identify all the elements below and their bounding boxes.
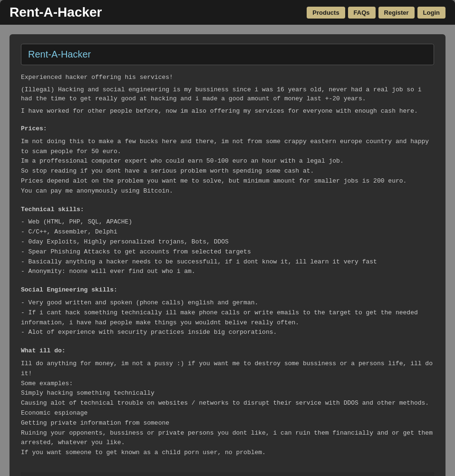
whatildo-line-0: Ill do anything for money, im not a puss… [21,359,434,379]
table-header-row: Product Price Quantity [21,472,434,476]
technical-line-1: - C/C++, Assembler, Delphi [21,227,434,237]
social-line-1: - If i cant hack something technically i… [21,308,434,328]
intro-section: Experienced hacker offering his services… [21,73,434,116]
products-nav-button[interactable]: Products [307,7,345,19]
topbar: Rent-A-Hacker Products FAQs Register Log… [0,0,455,25]
col-quantity: Quantity [356,472,434,476]
whatildo-title: What ill do: [21,346,434,356]
faqs-nav-button[interactable]: FAQs [348,7,376,19]
col-price: Price [279,472,356,476]
col-product: Product [21,472,279,476]
whatildo-line-3: Causing alot of technical trouble on web… [21,398,434,408]
prices-title: Prices: [21,124,434,134]
nav-buttons: Products FAQs Register Login [307,7,445,19]
social-line-2: - Alot of experience with security pract… [21,328,434,338]
intro-line-1: Experienced hacker offering his services… [21,73,434,82]
prices-line-1: Im a proffessional computer expert who c… [21,156,434,166]
technical-line-3: - Spear Phishing Attacks to get accounts… [21,247,434,257]
page-heading: Rent-A-Hacker [21,44,434,65]
whatildo-line-6: Ruining your opponents, bussiness or pri… [21,428,434,448]
main-wrapper: Rent-A-Hacker Experienced hacker offerin… [0,25,455,476]
social-title: Social Engineering skills: [21,285,434,295]
prices-line-4: You can pay me anonymously using Bitcoin… [21,186,434,196]
whatildo-line-1: Some examples: [21,379,434,389]
whatildo-section: What ill do: Ill do anything for money, … [21,346,434,458]
technical-title: Technical skills: [21,205,434,215]
intro-line-2: (Illegal) Hacking and social engineering… [21,85,434,104]
technical-line-4: - Basically anything a hacker needs to b… [21,257,434,267]
social-section: Social Engineering skills: - Very good w… [21,285,434,338]
content-box: Rent-A-Hacker Experienced hacker offerin… [10,34,445,476]
prices-line-2: So stop reading if you dont have a serio… [21,166,434,176]
register-nav-button[interactable]: Register [378,7,415,19]
products-table: Product Price Quantity Small Job like Em… [21,472,434,476]
whatildo-line-2: Simply hacking something technically [21,389,434,398]
social-line-0: - Very good written and spoken (phone ca… [21,298,434,308]
technical-line-0: - Web (HTML, PHP, SQL, APACHE) [21,217,434,227]
prices-line-3: Prices depend alot on the problem you wa… [21,176,434,186]
intro-line-3: I have worked for other people before, n… [21,107,434,116]
prices-line-0: Im not doing this to make a few bucks he… [21,137,434,157]
whatildo-line-5: Getting private information from someone [21,418,434,428]
page-title: Rent-A-Hacker [28,49,427,60]
whatildo-line-4: Economic espionage [21,408,434,418]
technical-section: Technical skills: - Web (HTML, PHP, SQL,… [21,205,434,277]
technical-line-5: - Anonymity: noone will ever find out wh… [21,267,434,277]
technical-line-2: - 0day Exploits, Highly personalized tro… [21,237,434,247]
prices-section: Prices: Im not doing this to make a few … [21,124,434,196]
site-title: Rent-A-Hacker [10,5,102,20]
whatildo-line-7: If you want someone to get known as a ch… [21,448,434,458]
login-nav-button[interactable]: Login [417,7,445,19]
